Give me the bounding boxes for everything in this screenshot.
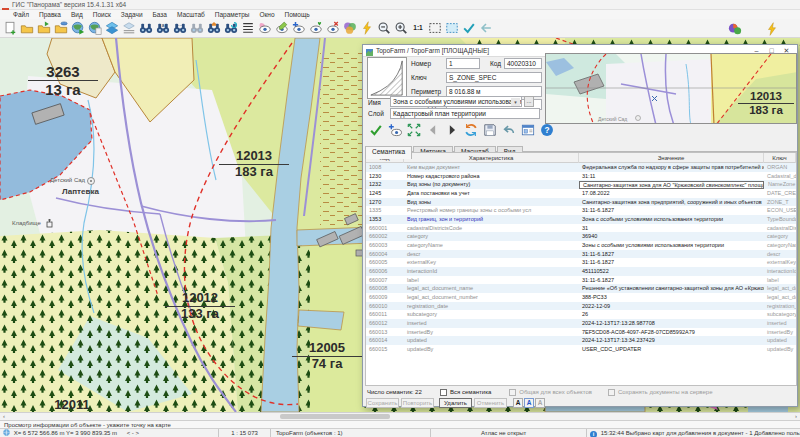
menu-item[interactable]: База: [148, 11, 172, 18]
map-styles-icon[interactable]: [726, 20, 743, 37]
view-area-icon[interactable]: [256, 20, 273, 37]
scale-cell[interactable]: 1 : 15 073: [218, 429, 270, 437]
font-size-button[interactable]: A: [535, 398, 545, 408]
open-folder-icon[interactable]: [18, 20, 35, 37]
menu-item[interactable]: Вид: [66, 11, 88, 18]
globe-copy-icon[interactable]: [86, 20, 103, 37]
table-row[interactable]: 660008 legal_act_document_name Решение «…: [366, 284, 796, 293]
code-field[interactable]: 40020310: [504, 58, 542, 69]
prev-object-icon[interactable]: [423, 122, 442, 138]
object-list-icon[interactable]: [239, 20, 256, 37]
scroll-right-icon[interactable]: ›: [792, 413, 800, 420]
table-row[interactable]: 1335 Реестровый номер границы зоны с осо…: [366, 206, 796, 215]
key-field[interactable]: S_ZONE_SPEC: [446, 72, 542, 83]
find-attribute-icon[interactable]: a: [154, 20, 171, 37]
view-add-icon[interactable]: [290, 20, 307, 37]
menu-item[interactable]: Файл: [8, 11, 34, 18]
scroll-left-icon[interactable]: ‹: [0, 413, 8, 420]
number-field[interactable]: 1: [446, 58, 480, 69]
table-row[interactable]: 660013 insertedBy 7EF5CD08-AC08-4097-AF2…: [366, 328, 796, 337]
accept-icon[interactable]: [460, 20, 477, 37]
table-row[interactable]: 1008 Кем выдан документ Федеральная служ…: [366, 163, 796, 172]
find-marked-icon[interactable]: [188, 20, 205, 37]
new-document-icon[interactable]: [1, 20, 18, 37]
table-row[interactable]: 660005 externalKey 31:11-6.1827 external…: [366, 258, 796, 267]
save-button[interactable]: Сохранить: [366, 398, 399, 408]
menu-item[interactable]: Поиск: [88, 11, 116, 18]
tab[interactable]: Семантика: [365, 146, 412, 159]
select-frame-icon[interactable]: [443, 20, 460, 37]
font-size-button[interactable]: A: [513, 398, 523, 408]
view-frame-icon[interactable]: [426, 20, 443, 37]
view-remove-icon[interactable]: [324, 20, 341, 37]
menu-item[interactable]: Помощь: [280, 11, 315, 18]
menu-item[interactable]: Задачи: [116, 11, 148, 18]
font-size-button[interactable]: A: [524, 398, 534, 408]
table-row[interactable]: 660001 cadastralDistrictsCode 31 cadastr…: [366, 224, 796, 233]
table-row[interactable]: 660007 label 31:11-6.1827 label: [366, 276, 796, 285]
delete-button[interactable]: Удалить: [439, 398, 472, 408]
toolbar-right-group: [726, 19, 780, 38]
table-row[interactable]: 660011 subcategory 26 subcategory: [366, 310, 796, 319]
common-checkbox[interactable]: [509, 389, 516, 396]
table-row[interactable]: 1270 Вид зоны Санитарно-защитная зона пр…: [366, 198, 796, 207]
add-view-icon[interactable]: [385, 122, 404, 138]
table-row[interactable]: 660002 category 36940 category: [366, 232, 796, 241]
all-semantics-checkbox[interactable]: [440, 389, 447, 396]
view-favorite-icon[interactable]: [307, 20, 324, 37]
layers-list-icon[interactable]: [120, 20, 137, 37]
find-object-icon[interactable]: [205, 20, 222, 37]
menu-item[interactable]: Параметры: [210, 11, 255, 18]
open-map-icon[interactable]: [35, 20, 52, 37]
table-row[interactable]: 660014 updated 2024-12-13T17:13:34.23742…: [366, 336, 796, 345]
apply-icon[interactable]: [366, 122, 385, 138]
table-row[interactable]: 660015 updatedBy USER_CDC_UPDATER update…: [366, 345, 796, 354]
menu-item[interactable]: Масштаб: [172, 11, 210, 18]
table-row[interactable]: 1230 Номер кадастрового района 31:11 Cad…: [366, 172, 796, 181]
help-icon[interactable]: ?: [537, 122, 556, 138]
table-row[interactable]: 660004 descr 31:11-6.1827 descr: [366, 250, 796, 259]
fit-object-icon[interactable]: [404, 122, 423, 138]
table-row[interactable]: 660006 interactionId 451110522 interacti…: [366, 267, 796, 276]
find-selected-icon[interactable]: ...: [171, 20, 188, 37]
table-row[interactable]: 660009 legal_act_document_number 388-РС3…: [366, 293, 796, 302]
layers-icon[interactable]: [103, 20, 120, 37]
table-row[interactable]: 660012 inserted 2024-12-13T17:13:28.9877…: [366, 319, 796, 328]
zoom-in-icon[interactable]: [392, 20, 409, 37]
undo-icon[interactable]: [499, 122, 518, 138]
chevron-down-icon[interactable]: ▾: [511, 98, 520, 107]
table-row[interactable]: 660003 categoryName Зоны с особыми услов…: [366, 241, 796, 250]
map-horizontal-scrollbar[interactable]: ‹ ›: [0, 412, 800, 420]
lightning-icon[interactable]: [358, 20, 375, 37]
find-repeat-icon[interactable]: [222, 20, 239, 37]
name-browse-button[interactable]: ...: [524, 96, 534, 107]
palette-icon[interactable]: [341, 20, 358, 37]
scale-1-1-icon[interactable]: 1:1: [409, 20, 426, 37]
table-row[interactable]: 660010 registration_date 2022-12-09 regi…: [366, 302, 796, 311]
documents-dialog-icon[interactable]: [518, 122, 537, 138]
layer-field[interactable]: Кадастровый план территории: [390, 108, 540, 119]
nav-arrows[interactable]: < - >: [127, 430, 139, 436]
save-docs-checkbox[interactable]: [608, 389, 615, 396]
table-row[interactable]: 1245 Дата постановки на учет 17.08.2022 …: [366, 189, 796, 198]
table-row[interactable]: 1232 Вид зоны (по документу) Санитарно-з…: [366, 180, 796, 189]
save-icon[interactable]: [480, 122, 499, 138]
menu-item[interactable]: Правка: [34, 11, 66, 18]
scrollbar-thumb[interactable]: [280, 414, 390, 419]
find-icon[interactable]: [137, 20, 154, 37]
refresh-icon[interactable]: [461, 122, 480, 138]
number-label: Номер: [411, 60, 431, 67]
flash-icon[interactable]: [763, 20, 780, 37]
repeat-button[interactable]: Повторить: [401, 398, 434, 408]
table-row[interactable]: 1353 Вид границ, зон и территорий Зона с…: [366, 215, 796, 224]
back-icon[interactable]: [477, 20, 494, 37]
globe-import-icon[interactable]: [69, 20, 86, 37]
zoom-out-icon[interactable]: [375, 20, 392, 37]
dialog-minimap[interactable]: 12013183 га Детский Сад: [545, 53, 797, 124]
name-combobox[interactable]: Зона с особыми условиями использования т…: [390, 96, 522, 107]
open-database-icon[interactable]: [52, 20, 69, 37]
cancel-button[interactable]: Отменить: [474, 398, 507, 408]
view-edit-icon[interactable]: [273, 20, 290, 37]
next-object-icon[interactable]: [442, 122, 461, 138]
menu-item[interactable]: Окно: [254, 11, 279, 18]
